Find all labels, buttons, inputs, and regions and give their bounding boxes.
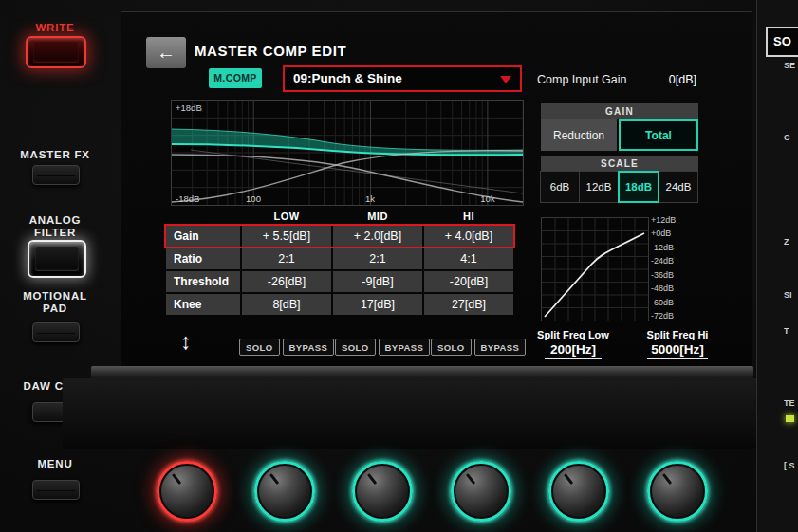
partial-label-5: T: [784, 326, 798, 336]
motional-pad-label: MOTIONAL PAD: [14, 290, 96, 315]
mid-band-curve: [191, 150, 523, 193]
vertical-arrows-icon[interactable]: ↕: [180, 328, 191, 356]
partial-label-2: C: [784, 133, 798, 142]
comp-input-gain-label: Comp Input Gain: [537, 73, 627, 86]
split-freq-hi-label: Split Freq Hi: [630, 329, 725, 340]
ratio-hi-value[interactable]: 4:1: [424, 248, 513, 269]
knob-3[interactable]: [352, 461, 413, 522]
partial-label-4: SI: [784, 290, 798, 300]
screen-bezel-slope: [63, 378, 780, 449]
table-row-threshold[interactable]: Threshold -26[dB] -9[dB] -20[dB]: [166, 271, 513, 292]
display-screen: ← MASTER COMP EDIT M.COMP 09:Punch & Shi…: [121, 11, 752, 366]
scale-options: 6dB 12dB 18dB 24dB: [541, 171, 698, 203]
knob-5[interactable]: [548, 461, 609, 522]
split-freq-low-value[interactable]: 200[Hz]: [545, 342, 602, 359]
knee-low-value[interactable]: 8[dB]: [242, 294, 331, 315]
page-title: MASTER COMP EDIT: [195, 43, 346, 59]
device-panel: WRITE MASTER FX ANALOG FILTER MOTIONAL P…: [0, 0, 798, 532]
gain-mid-value[interactable]: + 2.0[dB]: [333, 226, 422, 247]
comp-curve-labels: +12dB +0dB -12dB -24dB -36dB -48dB -60dB…: [651, 216, 695, 321]
gain-low-value[interactable]: + 5.5[dB]: [242, 226, 331, 247]
comp-curve-graph: [541, 217, 649, 321]
mcomp-badge: M.COMP: [209, 68, 262, 88]
knob-2-face: [259, 466, 310, 517]
table-row-ratio[interactable]: Ratio 2:1 2:1 4:1: [166, 248, 513, 269]
col-mid: MID: [333, 211, 422, 224]
knob-4[interactable]: [451, 461, 511, 522]
preset-dropdown[interactable]: 09:Punch & Shine: [283, 65, 522, 92]
scale-option-18db[interactable]: 18dB: [618, 171, 659, 203]
status-led: [786, 415, 794, 422]
mid-band-controls: SOLO BYPASS: [335, 339, 430, 356]
eq-tick-100: 100: [238, 193, 269, 204]
hi-band-controls: SOLO BYPASS: [431, 339, 526, 356]
low-band-controls: SOLO BYPASS: [239, 339, 334, 356]
threshold-low-value[interactable]: -26[dB]: [242, 271, 331, 292]
eq-y-min-label: -18dB: [176, 193, 199, 204]
screen-ledge: [91, 366, 753, 378]
split-freq-low: Split Freq Low 200[Hz]: [526, 329, 621, 359]
knob-3-face: [357, 466, 408, 517]
table-row-knee[interactable]: Knee 8[dB] 17[dB] 27[dB]: [166, 294, 513, 315]
preset-dropdown-value: 09:Punch & Shine: [293, 71, 402, 85]
knob-5-face: [553, 466, 604, 517]
scale-option-24db[interactable]: 24dB: [659, 171, 698, 203]
back-button[interactable]: ←: [146, 37, 186, 68]
menu-label: MENU: [0, 458, 110, 470]
knee-hi-value[interactable]: 27[dB]: [424, 294, 513, 315]
knee-mid-value[interactable]: 17[dB]: [333, 294, 422, 315]
bypass-button-low[interactable]: BYPASS: [283, 339, 335, 356]
knob-1[interactable]: [157, 461, 217, 522]
scale-option-6db[interactable]: 6dB: [540, 171, 580, 203]
solo-button-hi[interactable]: SOLO: [431, 339, 472, 356]
dropdown-arrow-icon: [500, 76, 511, 83]
solo-button-low[interactable]: SOLO: [239, 339, 280, 356]
band-table: LOW MID HI Gain + 5.5[dB] + 2.0[dB] + 4.…: [166, 211, 513, 317]
knob-2[interactable]: [254, 461, 315, 522]
band-table-header: LOW MID HI: [166, 211, 513, 224]
col-low: LOW: [242, 211, 331, 224]
master-fx-button[interactable]: [32, 165, 80, 185]
partial-label-3: Z: [784, 237, 798, 247]
partial-label-6: TE: [784, 398, 798, 408]
gain-options: Reduction Total: [541, 119, 698, 151]
partial-button-top[interactable]: SO: [766, 27, 798, 57]
right-panel: SO SE C Z SI T TE [ S: [756, 0, 798, 532]
bypass-button-hi[interactable]: BYPASS: [474, 339, 527, 356]
analog-filter-button[interactable]: [28, 240, 86, 278]
eq-tick-10k: 10k: [473, 193, 503, 204]
table-row-gain[interactable]: Gain + 5.5[dB] + 2.0[dB] + 4.0[dB]: [166, 226, 513, 247]
knob-6-face: [652, 466, 703, 517]
menu-button[interactable]: [32, 480, 80, 500]
gain-option-total[interactable]: Total: [619, 119, 698, 151]
threshold-hi-value[interactable]: -20[dB]: [424, 271, 513, 292]
partial-label-7: [ S: [784, 461, 798, 470]
split-freq-hi-value[interactable]: 5000[Hz]: [647, 342, 708, 359]
col-hi: HI: [424, 211, 513, 224]
bypass-button-mid[interactable]: BYPASS: [379, 339, 431, 356]
write-button[interactable]: [26, 36, 86, 68]
eq-graph: +18dB -18dB 100 1k 10k: [171, 100, 524, 206]
partial-label-1: SE: [784, 61, 798, 70]
comp-curve-svg: [542, 218, 648, 321]
eq-tick-1k: 1k: [356, 193, 384, 204]
write-label: WRITE: [0, 22, 110, 34]
knob-6[interactable]: [647, 461, 708, 522]
scale-header: SCALE: [541, 156, 698, 171]
gain-option-reduction[interactable]: Reduction: [541, 119, 619, 151]
master-fx-label: MASTER FX: [0, 149, 110, 161]
gain-hi-value[interactable]: + 4.0[dB]: [424, 226, 513, 247]
comp-input-gain-value[interactable]: 0[dB]: [615, 73, 696, 86]
arrow-left-icon: ←: [157, 42, 176, 64]
split-freq-hi: Split Freq Hi 5000[Hz]: [630, 329, 725, 359]
analog-filter-label: ANALOG FILTER: [14, 214, 96, 239]
threshold-mid-value[interactable]: -9[dB]: [333, 271, 422, 292]
eq-graph-svg: [172, 101, 523, 205]
solo-button-mid[interactable]: SOLO: [335, 339, 376, 356]
scale-option-12db[interactable]: 12dB: [579, 171, 619, 203]
ratio-mid-value[interactable]: 2:1: [333, 248, 422, 269]
motional-pad-button[interactable]: [32, 322, 80, 342]
eq-y-max-label: +18dB: [176, 102, 202, 113]
ratio-low-value[interactable]: 2:1: [242, 248, 331, 269]
gain-header: GAIN: [541, 103, 698, 119]
